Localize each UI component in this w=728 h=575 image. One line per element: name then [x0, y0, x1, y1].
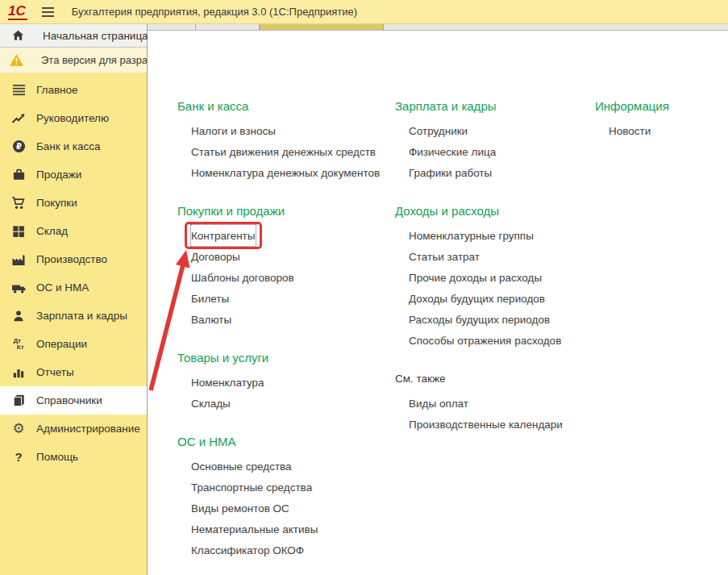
menu-section: Зарплата и кадрыСотрудникиФизические лиц… [395, 99, 589, 183]
menu-link[interactable]: Производственные календари [409, 414, 563, 435]
section-title: Доходы и расходы [395, 204, 589, 219]
menu-section: См. такжеВиды оплатПроизводственные кале… [395, 372, 589, 435]
section-title: Банк и касса [177, 99, 387, 114]
menu-section: ИнформацияНовости [595, 99, 724, 141]
menu-link[interactable]: Нематериальные активы [191, 519, 318, 540]
menu-link-highlighted[interactable]: Контрагенты [191, 225, 256, 246]
sidebar-item-label: Производство [36, 253, 107, 265]
factory-icon [10, 252, 27, 267]
menu-link[interactable]: Способы отражения расходов [409, 330, 561, 351]
section-title: Покупки и продажи [177, 204, 387, 219]
sidebar-item-label: Отчеты [36, 366, 74, 378]
menu-link[interactable]: Договоры [191, 246, 240, 267]
sidebar-item-reports[interactable]: Отчеты [0, 358, 147, 386]
menu-section: Доходы и расходыНоменклатурные группыСта… [395, 204, 589, 351]
menu-link[interactable]: Доходы будущих периодов [409, 288, 545, 309]
sidebar-item-salary-hr[interactable]: Зарплата и кадры [0, 302, 147, 330]
hamburger-menu-icon[interactable] [42, 7, 54, 17]
menu-link[interactable]: Номенклатура [191, 372, 264, 393]
menu-link[interactable]: Виды оплат [409, 393, 468, 414]
menu-link[interactable]: Валюты [191, 309, 231, 330]
window-tab-stub [196, 24, 260, 30]
menu-link[interactable]: Графики работы [409, 162, 492, 183]
gear-icon: ⚙ [10, 421, 27, 436]
menu-section: Банк и кассаНалоги и взносыСтатьи движен… [177, 99, 387, 183]
menu-link[interactable]: Классификатор ОКОФ [191, 540, 304, 560]
sidebar-item-sales[interactable]: Продажи [0, 160, 147, 189]
window-tab-stub-active [260, 24, 384, 30]
window-tab-stub [384, 24, 728, 30]
menu-column-3: ИнформацияНовости [595, 99, 724, 162]
sidebar-item-operations[interactable]: Дт КтОперации [0, 330, 147, 358]
menu-link[interactable]: Основные средства [191, 456, 292, 477]
home-icon [10, 28, 26, 44]
menu-link[interactable]: Транспортные средства [191, 477, 312, 498]
grid-icon [10, 223, 27, 239]
ruble-circle-icon: ₽ [10, 139, 27, 154]
sidebar-item-help[interactable]: ?Помощь [0, 443, 147, 471]
menu-link[interactable]: Склады [191, 393, 231, 414]
briefcase-icon [10, 167, 27, 182]
menu-lines-icon [10, 82, 27, 98]
annotation-highlight-box [185, 222, 262, 249]
menu-link[interactable]: Сотрудники [409, 120, 468, 141]
section-title: Информация [595, 99, 724, 114]
menu-link[interactable]: Налоги и взносы [191, 120, 276, 141]
sidebar-item-label: Администрирование [36, 423, 140, 435]
menu-column-1: Банк и кассаНалоги и взносыСтатьи движен… [177, 99, 387, 575]
left-panel: Начальная страница Эта версия для разраб… [0, 24, 148, 575]
sidebar-nav: ГлавноеРуководителю₽Банк и кассаПродажиП… [0, 73, 147, 471]
sidebar-item-label: Справочники [36, 394, 102, 406]
books-icon [10, 393, 27, 408]
svg-text:₽: ₽ [16, 142, 22, 151]
sidebar-item-label: Банк и касса [36, 140, 101, 152]
sidebar-item-label: Помощь [36, 451, 78, 463]
menu-link[interactable]: Номенклатура денежных документов [191, 162, 380, 183]
menu-section: ОС и НМАОсновные средстваТранспортные ср… [177, 435, 387, 560]
sidebar-item-manager[interactable]: Руководителю [0, 104, 147, 132]
sidebar-item-label: Продажи [36, 169, 81, 181]
menu-link[interactable]: Прочие доходы и расходы [409, 267, 542, 288]
sidebar-item-fixed-assets[interactable]: ОС и НМА [0, 273, 147, 302]
sidebar-item-warehouse[interactable]: Склад [0, 217, 147, 245]
truck-icon [10, 280, 27, 295]
sidebar-item-label: Операции [36, 338, 87, 350]
sidebar-item-directories[interactable]: Справочники [0, 386, 147, 415]
sidebar-item-label: Руководителю [36, 112, 109, 124]
tab-home-label: Начальная страница [43, 30, 148, 42]
warning-icon [8, 52, 24, 68]
sidebar-item-purchases[interactable]: Покупки [0, 189, 147, 217]
cart-icon [10, 195, 27, 210]
section-title: Товары и услуги [177, 351, 387, 365]
sidebar-item-administration[interactable]: ⚙Администрирование [0, 415, 147, 443]
menu-link[interactable]: Шаблоны договоров [191, 267, 294, 288]
tab-home[interactable]: Начальная страница [0, 24, 147, 48]
sidebar-item-label: Зарплата и кадры [36, 310, 127, 322]
menu-section: Покупки и продажиКонтрагентыДоговорыШабл… [177, 204, 387, 330]
sidebar-item-label: Главное [36, 84, 78, 96]
menu-section: Товары и услугиНоменклатураСклады [177, 351, 387, 414]
window-title: Бухгалтерия предприятия, редакция 3.0 (1… [72, 6, 357, 18]
dt-kt-icon: Дт Кт [10, 336, 27, 352]
background-window-strip [148, 24, 728, 31]
menu-link[interactable]: Виды ремонтов ОС [191, 498, 289, 519]
titlebar: 1С Бухгалтерия предприятия, редакция 3.0… [0, 0, 728, 24]
1c-logo: 1С [8, 4, 27, 20]
section-title: См. также [395, 372, 589, 386]
trend-chart-icon [10, 110, 27, 126]
menu-link[interactable]: Статьи затрат [409, 246, 480, 267]
menu-link[interactable]: Номенклатурные группы [409, 225, 534, 246]
section-title: Зарплата и кадры [395, 99, 589, 114]
window-tab-stub [148, 24, 196, 30]
menu-link[interactable]: Физические лица [409, 141, 496, 162]
sidebar-item-label: ОС и НМА [36, 281, 89, 294]
sidebar-item-production[interactable]: Производство [0, 245, 147, 273]
menu-link[interactable]: Новости [609, 120, 651, 141]
sidebar-item-main[interactable]: Главное [0, 76, 147, 104]
menu-link[interactable]: Расходы будущих периодов [409, 309, 550, 330]
menu-link[interactable]: Билеты [191, 288, 229, 309]
developer-version-banner[interactable]: Эта версия для разработ [0, 48, 147, 73]
menu-link[interactable]: Статьи движения денежных средств [191, 141, 376, 162]
sidebar-item-bank-cash[interactable]: ₽Банк и касса [0, 132, 147, 160]
sidebar-item-label: Склад [36, 225, 68, 237]
